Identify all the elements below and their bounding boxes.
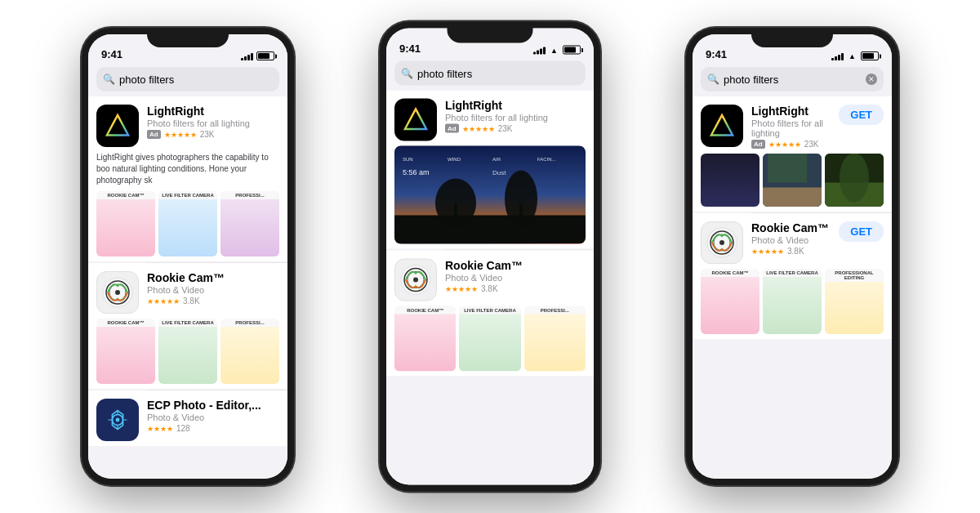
lightright-icon-right bbox=[701, 105, 743, 147]
rookie-ss2-center: LIVE FILTER CAMERA bbox=[459, 306, 520, 372]
lr-ss2-right bbox=[763, 154, 822, 207]
lightright-desc-left: LightRight gives photographers the capab… bbox=[96, 152, 279, 186]
ss-label-2-left: LIVE FILTER CAMERA bbox=[158, 191, 217, 199]
rookie-subtitle-right: Photo & Video bbox=[751, 235, 831, 245]
svg-marker-8 bbox=[405, 109, 426, 129]
svg-rect-27 bbox=[763, 188, 822, 207]
status-icons-left bbox=[241, 51, 274, 60]
lightright-name-right: LightRight bbox=[751, 105, 831, 118]
phone-center: 9:41 ▲ bbox=[380, 22, 600, 492]
rookie-ss2-right: LIVE FILTER CAMERA bbox=[763, 269, 822, 334]
app-list-center: LightRight Photo filters for all lightin… bbox=[386, 91, 594, 485]
rookie-ss1-right: ROOKIE CAM™ bbox=[701, 269, 760, 334]
rookie-ss-label-1-right: ROOKIE CAM™ bbox=[701, 269, 760, 277]
lightright-screenshots-right bbox=[701, 154, 884, 207]
rookie-ss-label-1-center: ROOKIE CAM™ bbox=[394, 306, 456, 314]
rookie-count-left: 3.8K bbox=[183, 297, 200, 306]
rookie-ss-label-3-left: PROFESSI... bbox=[220, 319, 279, 327]
app-row-rookie-right[interactable]: Rookie Cam™ Photo & Video ★★★★★ 3.8K GET bbox=[693, 213, 892, 339]
time-left: 9:41 bbox=[101, 48, 122, 60]
svg-rect-12 bbox=[454, 203, 457, 220]
rookie-stars-center: ★★★★★ bbox=[445, 284, 478, 292]
app-row-lightright-left[interactable]: LightRight Photo filters for all lightin… bbox=[88, 96, 287, 261]
lightright-stars-left: ★★★★★ bbox=[164, 131, 197, 139]
app-row-lightright-right[interactable]: LightRight Photo filters for all lightin… bbox=[693, 96, 892, 212]
svg-marker-25 bbox=[711, 115, 733, 136]
rookie-subtitle-left: Photo & Video bbox=[147, 285, 279, 295]
rookie-ss3-center: PROFESSI... bbox=[524, 306, 586, 372]
app-row-ecp-left[interactable]: ECP Photo - Editor,... Photo & Video ★★★… bbox=[88, 390, 287, 446]
app-row-rookie-left[interactable]: Rookie Cam™ Photo & Video ★★★★★ 3.8K bbox=[88, 263, 287, 389]
rookie-screenshots-left: ROOKIE CAM™ LIVE FILTER CAMERA PROFESSI.… bbox=[96, 319, 279, 384]
screenshot-3-left: PROFESSI... bbox=[220, 191, 279, 256]
app-row-rookie-center[interactable]: Rookie Cam™ Photo & Video ★★★★★ 3.8K bbox=[386, 251, 594, 377]
lightright-icon-center bbox=[394, 99, 437, 141]
rookie-icon-center bbox=[394, 259, 437, 301]
app-row-lightright-center[interactable]: LightRight Photo filters for all lightin… bbox=[386, 91, 594, 249]
svg-point-31 bbox=[840, 154, 869, 203]
svg-rect-28 bbox=[768, 154, 807, 183]
rookie-ss-label-3-right: PROFESSIONAL EDITING bbox=[825, 269, 884, 282]
rookie-count-right: 3.8K bbox=[787, 247, 804, 256]
rookie-ss-label-3-center: PROFESSI... bbox=[524, 306, 586, 314]
battery-center bbox=[563, 46, 581, 55]
status-icons-right: ▲ bbox=[831, 51, 879, 60]
status-icons-center: ▲ bbox=[533, 46, 581, 55]
lightright-info-left: LightRight Photo filters for all lightin… bbox=[147, 105, 279, 139]
lightright-subtitle-left: Photo filters for all lighting bbox=[147, 118, 279, 128]
rookie-screenshots-center: ROOKIE CAM™ LIVE FILTER CAMERA PROFESSI.… bbox=[394, 306, 586, 372]
signal-right bbox=[831, 52, 844, 60]
lightright-info-center: LightRight Photo filters for all lightin… bbox=[445, 99, 586, 133]
ecp-icon-left bbox=[96, 399, 139, 441]
rookie-ss1-center: ROOKIE CAM™ bbox=[394, 306, 456, 372]
search-bar-left[interactable]: 🔍 photo filters bbox=[96, 67, 279, 91]
signal-left bbox=[241, 52, 253, 60]
screenshot-2-left: LIVE FILTER CAMERA bbox=[158, 191, 217, 256]
ss-label-1-left: ROOKIE CAM™ bbox=[96, 191, 155, 199]
rookie-ss-label-1-left: ROOKIE CAM™ bbox=[96, 319, 155, 327]
ad-badge-center: Ad bbox=[445, 124, 459, 133]
lightright-icon-left bbox=[96, 105, 139, 147]
app-list-left: LightRight Photo filters for all lightin… bbox=[88, 96, 287, 479]
signal-center bbox=[533, 46, 546, 54]
battery-left bbox=[256, 51, 274, 60]
svg-text:5:56 am: 5:56 am bbox=[403, 168, 430, 176]
svg-point-35 bbox=[719, 240, 724, 245]
rookie-ss3-left: PROFESSI... bbox=[220, 319, 279, 384]
lightright-count-right: 23K bbox=[804, 140, 819, 149]
lightright-screenshots-left: ROOKIE CAM™ LIVE FILTER CAMERA PROFESSI.… bbox=[96, 191, 279, 256]
search-icon-right: 🔍 bbox=[707, 74, 719, 85]
rookie-info-right: Rookie Cam™ Photo & Video ★★★★★ 3.8K bbox=[751, 221, 831, 256]
lightright-get-button-right[interactable]: GET bbox=[839, 105, 884, 125]
svg-text:WIND: WIND bbox=[448, 157, 461, 162]
rookie-ss2-left: LIVE FILTER CAMERA bbox=[158, 319, 217, 384]
svg-text:AIR: AIR bbox=[492, 157, 501, 162]
rookie-stars-left: ★★★★★ bbox=[147, 297, 180, 306]
time-right: 9:41 bbox=[706, 48, 727, 60]
search-icon-center: 🔍 bbox=[401, 68, 413, 79]
search-clear-right[interactable]: ✕ bbox=[866, 74, 877, 85]
lightright-stars-center: ★★★★★ bbox=[462, 124, 495, 132]
rookie-name-right: Rookie Cam™ bbox=[751, 221, 831, 234]
search-bar-right[interactable]: 🔍 photo filters ✕ bbox=[701, 67, 884, 91]
lightright-subtitle-right: Photo filters for all lighting bbox=[751, 118, 831, 138]
rookie-ss-label-2-center: LIVE FILTER CAMERA bbox=[459, 306, 520, 314]
rookie-subtitle-center: Photo & Video bbox=[445, 273, 586, 283]
search-text-center: photo filters bbox=[417, 67, 579, 79]
search-text-right: photo filters bbox=[724, 74, 862, 86]
svg-point-7 bbox=[116, 418, 120, 422]
svg-marker-0 bbox=[107, 115, 128, 136]
screen-left: 9:41 bbox=[88, 34, 287, 479]
search-bar-center[interactable]: 🔍 photo filters bbox=[394, 61, 586, 86]
svg-text:FACIN...: FACIN... bbox=[537, 157, 556, 162]
lr-ss1-right bbox=[701, 154, 760, 207]
rookie-get-button-right[interactable]: GET bbox=[839, 221, 884, 242]
screenshot-1-left: ROOKIE CAM™ bbox=[96, 191, 155, 256]
rookie-info-left: Rookie Cam™ Photo & Video ★★★★★ 3.8K bbox=[147, 271, 279, 306]
svg-text:Dust: Dust bbox=[492, 169, 506, 176]
rookie-screenshots-right: ROOKIE CAM™ LIVE FILTER CAMERA PROFESSIO… bbox=[701, 269, 884, 334]
rookie-ss-label-2-right: LIVE FILTER CAMERA bbox=[763, 269, 822, 277]
notch-right bbox=[751, 28, 833, 47]
rookie-count-center: 3.8K bbox=[481, 284, 498, 293]
svg-point-4 bbox=[115, 290, 120, 295]
